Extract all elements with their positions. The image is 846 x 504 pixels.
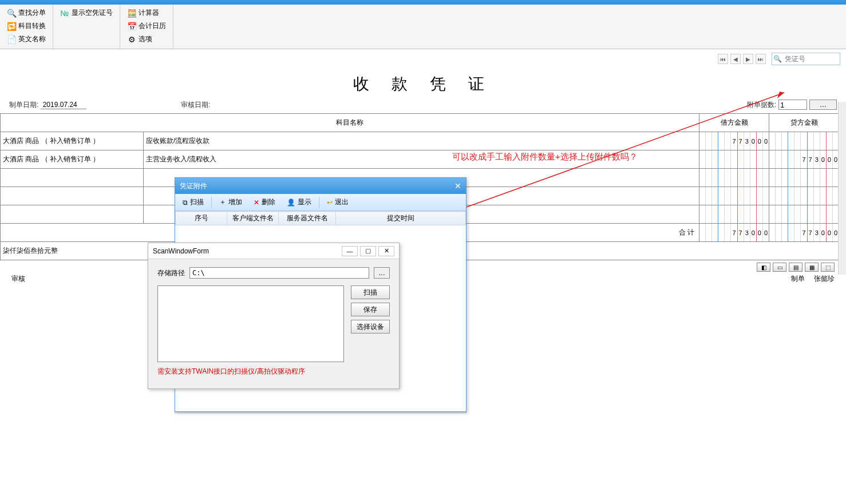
maker-name: 张懿珍 <box>814 274 835 284</box>
col-seq[interactable]: 序号 <box>176 212 227 225</box>
debit-cell[interactable]: 773000 <box>699 132 769 150</box>
col-submit-time[interactable]: 提交时间 <box>336 212 466 225</box>
total-label: 合 计 <box>679 228 694 236</box>
col-credit-header: 贷方金额 <box>769 114 839 132</box>
attachment-file-table: 序号 客户端文件名 服务器文件名 提交时间 <box>175 211 466 225</box>
debit-cell[interactable] <box>699 205 769 224</box>
ribbon-options[interactable]: ⚙选项 <box>125 33 168 45</box>
credit-cell[interactable] <box>769 187 839 205</box>
summary-cell[interactable]: 大酒店 商品 （ 补入销售订单 ） <box>1 132 144 150</box>
maker-label: 制单 <box>791 274 805 284</box>
annotation-text: 可以改成手工输入附件数量+选择上传附件数吗？ <box>452 152 638 162</box>
status-badge-4[interactable]: ▦ <box>805 263 819 272</box>
ribbon-subject-convert[interactable]: 🔁科目转换 <box>5 20 48 32</box>
tb-delete-button[interactable]: ✕删除 <box>248 196 280 209</box>
vertical-scrollbar[interactable] <box>838 102 846 275</box>
credit-cell[interactable] <box>769 132 839 150</box>
nav-bar: ⏮ ◀ ▶ ⏭ 🔍 <box>0 49 846 69</box>
audit-date-label: 审核日期: <box>181 101 210 109</box>
voucher-search-input[interactable] <box>782 53 840 65</box>
summary-cell[interactable] <box>1 169 144 187</box>
find-icon: 🔍 <box>7 9 16 18</box>
doc-icon: 📄 <box>7 35 16 44</box>
gear-icon: ⚙ <box>127 35 136 44</box>
path-browse-button[interactable]: … <box>374 267 390 279</box>
search-icon: 🔍 <box>772 55 782 63</box>
attach-count-input[interactable] <box>778 100 807 110</box>
col-client-file[interactable]: 客户端文件名 <box>227 212 279 225</box>
voucher-title: 收 款 凭 证 <box>0 69 846 97</box>
add-icon: ＋ <box>219 197 226 207</box>
debit-cell[interactable] <box>699 187 769 205</box>
table-row[interactable]: 大酒店 商品 （ 补入销售订单 ）应收账款/流程应收款773000 <box>1 132 839 150</box>
scan-button[interactable]: 扫描 <box>351 285 390 299</box>
ribbon-show-empty-voucher[interactable]: №显示空凭证号 <box>58 7 115 19</box>
close-button[interactable]: ✕ <box>378 246 394 256</box>
total-debit: 773000 <box>699 224 769 242</box>
col-subject-header: 科目名称 <box>1 114 699 132</box>
attach-browse-button[interactable]: … <box>809 100 837 110</box>
nav-first-button[interactable]: ⏮ <box>718 54 728 64</box>
audit-label: 审核 <box>11 275 25 283</box>
credit-cell[interactable]: 773000 <box>769 150 839 169</box>
close-icon[interactable]: ✕ <box>454 181 461 191</box>
scan-preview-box <box>157 285 344 362</box>
convert-icon: 🔁 <box>7 22 16 31</box>
scan-hint-text: 需安装支持TWAIN接口的扫描仪/高拍仪驱动程序 <box>157 362 390 376</box>
credit-cell[interactable] <box>769 169 839 187</box>
tb-scan-button[interactable]: ⧉扫描 <box>177 196 209 209</box>
col-server-file[interactable]: 服务器文件名 <box>279 212 336 225</box>
select-device-button[interactable]: 选择设备 <box>351 320 390 334</box>
total-credit: 773000 <box>769 224 839 242</box>
nav-next-button[interactable]: ▶ <box>743 54 753 64</box>
scan-icon: ⧉ <box>183 199 188 207</box>
attachment-dialog-title[interactable]: 凭证附件 ✕ <box>175 178 466 194</box>
date-value: 2019.07.24 <box>41 101 86 109</box>
summary-cell[interactable]: 大酒店 商品 （ 补入销售订单 ） <box>1 150 144 169</box>
ribbon-calendar[interactable]: 📅会计日历 <box>125 20 168 32</box>
ribbon-english-name[interactable]: 📄英文名称 <box>5 33 48 45</box>
table-row[interactable]: 大酒店 商品 （ 补入销售订单 ）主营业务收入/流程收入773000 <box>1 150 839 169</box>
debit-cell[interactable] <box>699 169 769 187</box>
minimize-button[interactable]: — <box>342 246 358 256</box>
maximize-button[interactable]: ▢ <box>360 246 376 256</box>
show-icon: 👤 <box>287 199 295 207</box>
tb-exit-button[interactable]: ↩退出 <box>322 196 354 209</box>
tb-show-button[interactable]: 👤显示 <box>282 196 317 209</box>
nav-prev-button[interactable]: ◀ <box>730 54 741 64</box>
scan-dialog-title[interactable]: ScanWindowForm — ▢ ✕ <box>148 243 399 259</box>
ribbon-find-split[interactable]: 🔍查找分单 <box>5 7 48 19</box>
path-label: 存储路径 <box>157 268 185 278</box>
status-badge-1[interactable]: ◧ <box>757 263 770 272</box>
calculator-icon: 🧮 <box>127 9 136 18</box>
debit-cell[interactable] <box>699 150 769 169</box>
summary-cell[interactable] <box>1 205 144 224</box>
delete-icon: ✕ <box>254 199 259 207</box>
tb-add-button[interactable]: ＋增加 <box>214 196 247 209</box>
path-input[interactable] <box>189 267 369 279</box>
date-label: 制单日期: <box>9 101 38 109</box>
subject-cell[interactable]: 应收账款/流程应收款 <box>144 132 699 150</box>
ribbon-calculator[interactable]: 🧮计算器 <box>125 7 168 19</box>
number-icon: № <box>60 9 69 18</box>
col-debit-header: 借方金额 <box>699 114 769 132</box>
exit-icon: ↩ <box>327 199 333 207</box>
save-button[interactable]: 保存 <box>351 303 390 316</box>
ribbon-toolbar: 🔍查找分单 🔁科目转换 📄英文名称 №显示空凭证号 🧮计算器 📅会计日历 ⚙选项 <box>0 5 846 49</box>
status-badge-3[interactable]: ▤ <box>789 263 802 272</box>
nav-last-button[interactable]: ⏭ <box>756 54 766 64</box>
credit-cell[interactable] <box>769 205 839 224</box>
status-badge-5[interactable]: ⬚ <box>821 263 835 272</box>
calendar-icon: 📅 <box>127 22 136 31</box>
summary-cell[interactable] <box>1 187 144 205</box>
attach-count-label: 附单据数: <box>747 100 776 110</box>
status-badge-2[interactable]: ▭ <box>773 263 786 272</box>
scan-window-dialog: ScanWindowForm — ▢ ✕ 存储路径 … 扫描 保存 选择设备 需… <box>148 243 400 389</box>
